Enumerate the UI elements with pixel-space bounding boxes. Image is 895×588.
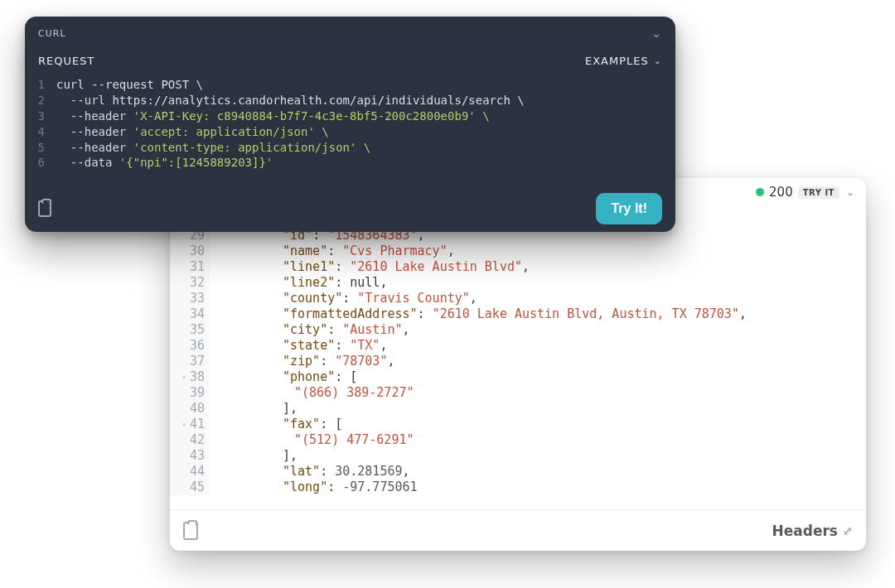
status-bar: 200 TRY IT ⌄ — [756, 185, 854, 200]
code-line: 6 --data '{"npi":[1245889203]}' — [25, 155, 675, 171]
json-line: "(512) 477-6291" — [210, 432, 866, 448]
section-label: REQUEST — [38, 55, 94, 67]
request-top-bar: CURL ⌄ — [25, 17, 675, 41]
json-line: "state": "TX", — [210, 338, 866, 354]
code-line: 4 --header 'accept: application/json' \ — [25, 124, 675, 140]
chevron-down-icon[interactable]: ⌄ — [651, 27, 662, 40]
chevron-down-icon[interactable]: ⌄ — [846, 186, 854, 198]
json-line: "line2": null, — [210, 275, 866, 291]
json-line: ], — [210, 401, 866, 417]
headers-toggle[interactable]: Headers ⤢ — [772, 523, 853, 539]
json-line: "fax": [ — [210, 417, 866, 432]
json-line: "name": "Cvs Pharmacy", — [210, 243, 866, 259]
try-it-button[interactable]: Try It! — [596, 193, 662, 224]
line-number-gutter: 293031323334353637▾383940▾4142434445 — [170, 228, 210, 495]
json-line: "formattedAddress": "2610 Lake Austin Bl… — [210, 306, 866, 322]
json-line: "county": "Travis County", — [210, 291, 866, 306]
response-panel: 200 TRY IT ⌄ 293031323334353637▾383940▾4… — [170, 178, 866, 551]
request-code: 1curl --request POST \2 --url https://an… — [25, 75, 675, 171]
json-line: "lat": 30.281569, — [210, 464, 866, 480]
code-line: 5 --header 'content-type: application/js… — [25, 140, 675, 156]
json-line: "long": -97.775061 — [210, 480, 866, 495]
json-line: "line1": "2610 Lake Austin Blvd", — [210, 259, 866, 275]
response-footer: Headers ⤢ — [170, 509, 866, 551]
clipboard-icon[interactable] — [38, 200, 51, 217]
request-panel: CURL ⌄ REQUEST EXAMPLES ⌄ 1curl --reques… — [25, 17, 675, 232]
status-success-icon — [756, 188, 764, 196]
language-label[interactable]: CURL — [38, 28, 66, 39]
json-code: "id": "1548364383","name": "Cvs Pharmacy… — [210, 228, 866, 495]
examples-label: EXAMPLES — [585, 55, 649, 67]
status-code: 200 — [769, 185, 793, 200]
try-it-pill[interactable]: TRY IT — [798, 186, 839, 199]
response-body: 293031323334353637▾383940▾4142434445 "id… — [170, 228, 866, 509]
json-line: ], — [210, 448, 866, 464]
request-title-bar: REQUEST EXAMPLES ⌄ — [25, 41, 675, 75]
code-line: 2 --url https://analytics.candorhealth.c… — [25, 93, 675, 108]
chevron-down-icon: ⌄ — [654, 55, 662, 66]
examples-dropdown[interactable]: EXAMPLES ⌄ — [585, 55, 662, 67]
clipboard-icon[interactable] — [183, 522, 198, 540]
request-footer: Try It! — [25, 186, 675, 232]
json-line: "city": "Austin", — [210, 322, 866, 338]
headers-label: Headers — [772, 523, 838, 539]
json-line: "phone": [ — [210, 369, 866, 385]
json-line: "(866) 389-2727" — [210, 385, 866, 401]
code-line: 1curl --request POST \ — [25, 77, 675, 93]
expand-icon: ⤢ — [843, 524, 853, 537]
json-line: "zip": "78703", — [210, 354, 866, 369]
code-line: 3 --header 'X-API-Key: c8940884-b7f7-4c3… — [25, 108, 675, 124]
